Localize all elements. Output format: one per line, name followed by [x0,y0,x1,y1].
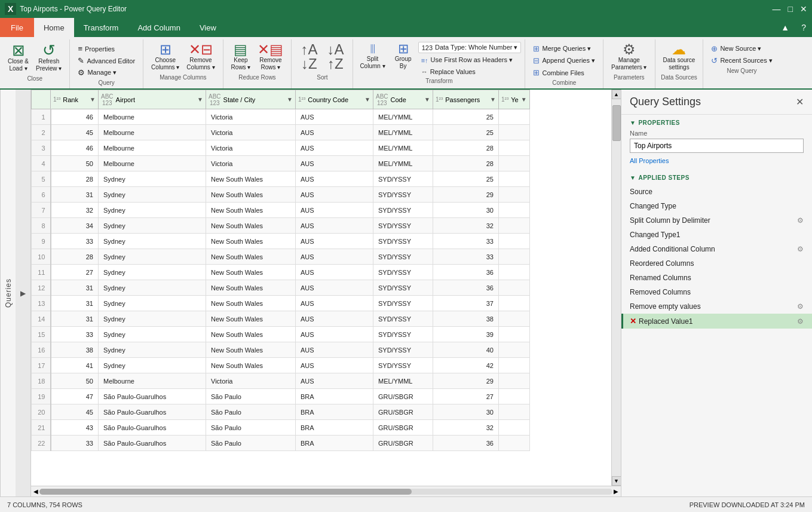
properties-button[interactable]: ≡ Properties [75,43,138,54]
advanced-editor-button[interactable]: ✎ Advanced Editor [75,55,138,66]
properties-label: Properties [85,45,115,53]
manage-parameters-button[interactable]: ⚙ ManageParameters ▾ [608,41,649,73]
tab-transform[interactable]: Transform [74,18,128,37]
data-type-button[interactable]: 123 Data Type: Whole Number ▾ [418,42,522,53]
sort-asc-button[interactable]: ↑A↓Z [296,41,321,73]
all-properties-link[interactable]: All Properties [630,157,669,164]
state-sort-btn[interactable]: ▼ [287,96,293,103]
col-header-country: 1²³ Country Code ▼ [296,90,373,109]
step-item-3[interactable]: Changed Type1 [621,228,812,242]
merge-queries-button[interactable]: ⊞ Merge Queries ▾ [530,43,598,54]
choose-columns-button[interactable]: ⊞ ChooseColumns ▾ [148,41,182,73]
airport-type-icon: ABC123 [101,93,114,106]
step-item-0[interactable]: Source [621,185,812,199]
tab-home[interactable]: Home [34,18,74,37]
hscroll-area[interactable]: ◀ ▶ [31,486,621,496]
step-item-8[interactable]: Remove empty values⚙ [621,299,812,314]
ribbon-collapse-btn[interactable]: ▲ [775,18,795,37]
close-load-button[interactable]: ⊠ Close &Load ▾ [5,41,32,74]
table-row: 2143São Paulo-GuarulhosSão PauloBRAGRU/S… [32,420,530,436]
row-number: 16 [32,342,51,358]
cell-year [499,203,530,218]
sort-group-label: Sort [317,74,327,81]
airport-sort-btn[interactable]: ▼ [197,96,203,103]
cell-state: Victoria [206,373,296,389]
close-button[interactable]: ✕ [800,4,807,14]
new-source-button[interactable]: ⊕ New Source ▾ [708,43,775,54]
hscroll-thumb[interactable] [39,489,412,495]
step-item-4[interactable]: Added Conditional Column⚙ [621,242,812,256]
queries-sidebar[interactable]: Queries [0,90,16,496]
combine-files-button[interactable]: ⊞ Combine Files [530,67,598,78]
passengers-sort-btn[interactable]: ▼ [490,96,496,103]
step-gear-icon[interactable]: ⚙ [797,216,804,225]
step-gear-icon[interactable]: ⚙ [797,245,804,253]
step-label: Removed Columns [630,288,691,296]
ribbon-group-combine: ⊞ Merge Queries ▾ ⊟ Append Queries ▾ ⊞ C… [525,39,603,88]
cell-country-code: AUS [296,342,373,358]
cell-state: São Paulo [206,436,296,451]
code-sort-btn[interactable]: ▼ [424,96,430,103]
data-source-settings-button[interactable]: ☁ Data sourcesettings [660,41,698,73]
table-row: 834SydneyNew South WalesAUSSYD/YSSY32 [32,218,530,234]
qs-close-btn[interactable]: ✕ [796,96,804,108]
close-load-label: Close &Load ▾ [8,58,29,72]
hscroll-right-btn[interactable]: ▶ [612,488,620,495]
remove-rows-button[interactable]: ✕▤ RemoveRows ▾ [255,41,286,73]
cell-airport: Melbourne [99,125,206,140]
cell-code: SYD/YSSY [373,218,433,234]
table-inner[interactable]: 1²³ Rank ▼ ABC123 Airport ▼ [31,90,611,486]
vscroll-track[interactable] [612,99,621,476]
step-item-6[interactable]: Renamed Columns [621,271,812,285]
step-item-7[interactable]: Removed Columns [621,285,812,299]
cell-country-code: AUS [296,296,373,311]
sort-desc-button[interactable]: ↓A↑Z [323,41,348,73]
step-gear-icon[interactable]: ⚙ [797,302,804,311]
use-first-row-button[interactable]: ≡↑ Use First Row as Headers ▾ [418,55,522,65]
tab-file[interactable]: File [0,18,34,37]
vscroll-down-button[interactable]: ▼ [612,476,621,486]
refresh-preview-button[interactable]: ↺ RefreshPreview ▾ [33,41,65,74]
manage-button[interactable]: ⚙ Manage ▾ [75,67,138,78]
ribbon-group-query: ≡ Properties ✎ Advanced Editor ⚙ Manage … [70,39,143,88]
cell-country-code: BRA [296,404,373,420]
cell-rank: 28 [51,249,99,265]
vscroll-thumb[interactable] [612,105,621,141]
cell-country-code: AUS [296,109,373,125]
cell-state: New South Wales [206,187,296,203]
sidebar-expand-btn[interactable]: ▶ [16,90,31,496]
code-type-icon: ABC123 [376,93,388,106]
cell-rank: 31 [51,187,99,203]
cell-state: New South Wales [206,327,296,342]
cell-year [499,218,530,234]
remove-columns-button[interactable]: ✕⊟ RemoveColumns ▾ [183,41,217,73]
step-label: Added Conditional Column [630,245,715,253]
row-number: 13 [32,296,51,311]
hscroll-track[interactable] [39,489,612,495]
step-gear-icon[interactable]: ⚙ [797,317,804,326]
minimize-button[interactable]: — [773,4,781,14]
recent-sources-button[interactable]: ↺ Recent Sources ▾ [708,55,775,66]
tab-add-column[interactable]: Add Column [128,18,190,37]
step-label: Source [630,188,652,196]
hscroll-left-btn[interactable]: ◀ [32,488,39,495]
rank-sort-btn[interactable]: ▼ [90,96,96,103]
step-item-5[interactable]: Reordered Columns [621,256,812,271]
qs-name-input[interactable] [630,139,804,153]
vscroll-up-button[interactable]: ▲ [612,90,621,99]
step-delete-icon[interactable]: ✕ [630,317,636,326]
group-by-button[interactable]: ⊞ GroupBy [391,41,416,72]
step-item-1[interactable]: Changed Type [621,199,812,213]
tab-view[interactable]: View [190,18,226,37]
cell-year [499,327,530,342]
append-queries-button[interactable]: ⊟ Append Queries ▾ [530,55,598,66]
country-sort-btn[interactable]: ▼ [364,96,370,103]
step-item-2[interactable]: Split Column by Delimiter⚙ [621,213,812,228]
year-sort-btn[interactable]: ▼ [521,96,527,103]
keep-rows-button[interactable]: ▤ KeepRows ▾ [228,41,254,73]
maximize-button[interactable]: □ [788,4,793,14]
help-btn[interactable]: ? [795,18,812,37]
split-column-button[interactable]: ⫴ SplitColumn ▾ [357,41,388,72]
replace-values-button[interactable]: ↔ Replace Values [418,67,522,76]
step-item-9[interactable]: ✕Replaced Value1⚙ [621,314,812,329]
